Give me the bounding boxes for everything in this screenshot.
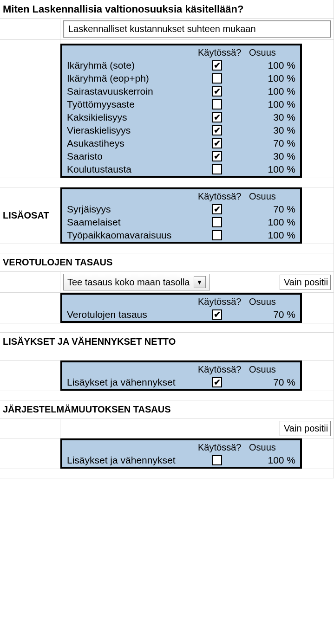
grid-cell: Käytössä?OsuusSyrjäisyys70 %Saamelaiset1… [60,187,334,244]
page-title: Miten Laskennallisia valtionosuuksia käs… [0,0,334,19]
grid-cell [0,438,60,469]
vain-positii-box-2[interactable]: Vain positii [280,421,331,436]
header-kaytossa: Käytössä? [198,442,249,453]
checkbox[interactable] [212,204,222,214]
row-value: 70 % [249,138,295,149]
row-label: Koulutustausta [67,164,198,175]
lisaosat-panel: Käytössä?OsuusSyrjäisyys70 %Saamelaiset1… [60,187,302,244]
checkbox[interactable] [212,309,222,320]
panel-row: Koulutustausta100 % [62,163,300,176]
section-verotulojen: VEROTULOJEN TASAUS [0,253,334,272]
vain-positii-box[interactable]: Vain positii [280,275,331,290]
lisaykset-panel: Käytössä?OsuusLisäykset ja vähennykset70… [60,361,302,391]
grid-cell [0,361,60,391]
checkbox[interactable] [212,230,222,240]
criteria-panel: Käytössä?OsuusIkäryhmä (sote)100 %Ikäryh… [60,44,302,178]
header-osuus: Osuus [249,47,295,58]
row-value: 100 % [249,230,295,241]
row-value: 100 % [249,217,295,228]
checkbox[interactable] [212,99,222,109]
checkbox[interactable] [212,125,222,135]
row-value: 100 % [249,455,295,466]
checkbox[interactable] [212,112,222,122]
panel-row: Syrjäisyys70 % [62,203,300,216]
row-label: Lisäykset ja vähennykset [67,377,198,388]
grid-cell [0,19,60,40]
header-kaytossa: Käytössä? [198,191,249,202]
section-lisaykset: LISÄYKSET JA VÄHENNYKSET NETTO [0,333,334,351]
panel-row: Asukastiheys70 % [62,137,300,150]
row-label: Sairastavuuskerroin [67,86,198,97]
checkbox[interactable] [212,151,222,161]
panel-row: Ikäryhmä (sote)100 % [62,59,300,72]
spacer [0,469,334,478]
row-label: Saaristo [67,151,198,162]
panel-row: Verotulojen tasaus70 % [62,308,300,321]
grid-cell [0,419,60,438]
panel-row: Vieraskielisyys30 % [62,124,300,137]
spacer [0,323,334,333]
grid-cell: Tee tasaus koko maan tasolla ▼ Vain posi… [60,272,334,293]
row-label: Verotulojen tasaus [67,309,198,320]
row-value: 100 % [249,164,295,175]
panel-row: Kaksikielisyys30 % [62,111,300,124]
grid-cell: Käytössä?OsuusIkäryhmä (sote)100 %Ikäryh… [60,40,334,178]
checkbox[interactable] [212,377,222,387]
verotulojen-panel: Käytössä?OsuusVerotulojen tasaus70 % [60,293,302,323]
dropdown-label: Tee tasaus koko maan tasolla [67,277,190,288]
grid-cell: Käytössä?OsuusLisäykset ja vähennykset10… [60,438,334,469]
panel-row: Lisäykset ja vähennykset100 % [62,454,300,467]
checkbox[interactable] [212,60,222,71]
spacer [0,244,334,253]
row-value: 70 % [249,309,295,320]
tasaus-dropdown[interactable]: Tee tasaus koko maan tasolla ▼ [63,274,210,290]
checkbox[interactable] [212,138,222,148]
checkbox[interactable] [212,73,222,84]
panel-row: Ikäryhmä (eop+ph)100 % [62,72,300,85]
grid-cell [0,293,60,323]
checkbox[interactable] [212,86,222,97]
panel-row: Työpaikkaomavaraisuus100 % [62,229,300,242]
row-label: Ikäryhmä (eop+ph) [67,73,198,84]
spacer [0,391,334,400]
grid-cell: Käytössä?OsuusVerotulojen tasaus70 % [60,293,334,323]
panel-row: Saaristo30 % [62,150,300,163]
checkbox[interactable] [212,164,222,174]
row-label: Työttömyysaste [67,99,198,110]
header-kaytossa: Käytössä? [198,296,249,307]
panel-row: Sairastavuuskerroin100 % [62,85,300,98]
checkbox[interactable] [212,455,222,465]
panel-row: Lisäykset ja vähennykset70 % [62,376,300,389]
row-label: Ikäryhmä (sote) [67,60,198,71]
row-label: Lisäykset ja vähennykset [67,455,198,466]
header-osuus: Osuus [249,442,295,453]
row-value: 30 % [249,125,295,136]
grid-cell: Käytössä?OsuusLisäykset ja vähennykset70… [60,361,334,391]
chevron-down-icon[interactable]: ▼ [194,276,206,288]
row-value: 70 % [249,204,295,215]
grid-cell: Vain positii [60,419,334,438]
header-kaytossa: Käytössä? [198,364,249,375]
spacer [0,351,334,361]
row-label: Kaksikielisyys [67,112,198,123]
row-label: Syrjäisyys [67,204,198,215]
row-value: 100 % [249,86,295,97]
header-kaytossa: Käytössä? [198,47,249,58]
section-lisaosat: LISÄOSAT [0,187,60,244]
grid-cell [0,272,60,293]
spacer [0,178,334,187]
row-value: 30 % [249,151,295,162]
panel-row: Työttömyysaste100 % [62,98,300,111]
row-label: Työpaikkaomavaraisuus [67,230,198,241]
row-value: 100 % [249,73,295,84]
row-value: 100 % [249,99,295,110]
method-input[interactable]: Laskennalliset kustannukset suhteen muka… [63,20,331,38]
row-label: Saamelaiset [67,217,198,228]
section-jarjestelma: JÄRJESTELMÄMUUTOKSEN TASAUS [0,400,334,419]
row-value: 70 % [249,377,295,388]
panel-row: Saamelaiset100 % [62,216,300,229]
header-osuus: Osuus [249,296,295,307]
checkbox[interactable] [212,217,222,227]
grid-cell: Laskennalliset kustannukset suhteen muka… [60,19,334,40]
row-label: Vieraskielisyys [67,125,198,136]
